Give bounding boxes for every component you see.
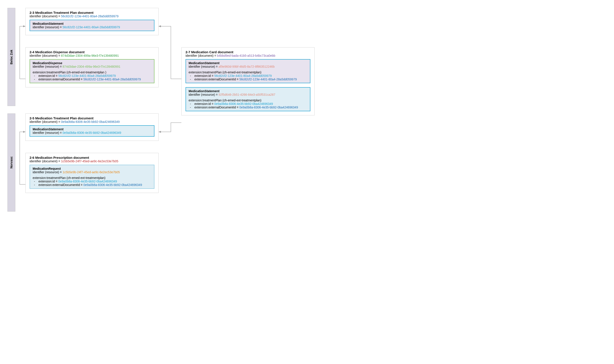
doc-identifier: identifier (document) = b4bbd9ed-bada-41… <box>185 54 310 57</box>
inner-medication-request: MedicationRequest identifier (resource) … <box>30 165 155 189</box>
extension-external-doc-id: extension:externalDocumentId = 0e9a0b8a-… <box>33 183 151 187</box>
extension-line: extension:treatmentPlan (ch-emed-ext-tre… <box>33 176 151 180</box>
extension-external-doc-id: extension:externalDocumentId = 56c82cf2-… <box>33 78 151 81</box>
inner-medication-statement: MedicationStatement identifier (resource… <box>30 125 155 137</box>
doc-identifier: identifier (document) = 0e9a0b8a-8306-4e… <box>30 120 155 124</box>
doc-2-5: 2-5 Medication Treatment Plan document i… <box>26 114 159 141</box>
extension-external-doc-id: extension:externalDocumentId = 56c82cf2-… <box>189 78 307 81</box>
med-label-text: Norvasc <box>10 156 13 169</box>
med-label-beloc: Beloc Zok <box>7 8 15 106</box>
med-label-norvasc: Norvasc <box>7 114 15 212</box>
inner-title: MedicationStatement <box>189 89 307 93</box>
doc-2-7: 2-7 Medication Card document identifier … <box>181 47 314 116</box>
doc-title: 2-6 Medication Prescription document <box>30 156 155 159</box>
inner-title: MedicationStatement <box>189 61 307 65</box>
doc-identifier: identifier (document) = 56c82cf2-123e-44… <box>30 14 155 18</box>
extension-id: extension:id = 56c82cf2-123e-4401-80a4-2… <box>33 74 151 78</box>
doc-title: 2-4 Medication Dispense document <box>30 50 155 54</box>
extension-id: extension:id = 56c82cf2-123e-4401-80a4-2… <box>189 74 307 78</box>
doc-2-3: 2-3 Medication Treatment Plan document i… <box>26 8 159 35</box>
inner-identifier: identifier (resource) = 56c82cf2-123e-44… <box>33 26 151 29</box>
doc-2-6: 2-6 Medication Prescription document ide… <box>26 153 159 193</box>
doc-identifier: identifier (document) = 1c5b5e9b-24f7-45… <box>30 159 155 163</box>
extension-line: extension:treatmentPlan (ch-emed-ext-tre… <box>189 71 307 74</box>
inner-medication-dispense: MedicationDispense identifier (resource)… <box>30 59 155 83</box>
inner-title: MedicationStatement <box>33 128 151 131</box>
extension-line: extension:treatmentPlan (ch-emed-ext-tre… <box>33 71 151 74</box>
inner-medication-statement: MedicationStatement identifier (resource… <box>30 20 155 31</box>
inner-title: MedicationDispense <box>33 61 151 65</box>
extension-id: extension:id = 0e9a0b8a-8306-4e35-bb92-0… <box>33 180 151 183</box>
inner-identifier: identifier (resource) = 92f5d646-2b51-42… <box>189 93 307 96</box>
med-label-text: Beloc Zok <box>10 50 13 65</box>
extension-external-doc-id: extension:externalDocumentId = 0e9a0b8a-… <box>189 105 307 109</box>
inner-identifier: identifier (resource) = 0e9a0b8a-8306-4e… <box>33 131 151 134</box>
inner-medication-statement-2: MedicationStatement identifier (resource… <box>185 87 310 111</box>
doc-2-4: 2-4 Medication Dispense document identif… <box>26 47 159 87</box>
inner-identifier: identifier (resource) = af9e960d-99bf-46… <box>189 65 307 68</box>
inner-medication-statement-1: MedicationStatement identifier (resource… <box>185 59 310 83</box>
inner-identifier: identifier (resource) = 874d3dae-2304-49… <box>33 65 151 68</box>
doc-title: 2-5 Medication Treatment Plan document <box>30 116 155 120</box>
doc-title: 2-7 Medication Card document <box>185 50 310 54</box>
inner-title: MedicationRequest <box>33 167 151 170</box>
extension-id: extension:id = 0e9a0b8a-8306-4e35-bb92-0… <box>189 102 307 105</box>
extension-line: extension:treatmentPlan (ch-emed-ext-tre… <box>189 99 307 102</box>
inner-identifier: identifier (resource) = 1c5b5e9b-24f7-45… <box>33 170 151 174</box>
inner-title: MedicationStatement <box>33 22 151 26</box>
diagram-container: Beloc Zok Norvasc 2-3 Medication Treatme… <box>4 4 320 215</box>
doc-identifier: identifier (document) = 874d3dae-2304-49… <box>30 54 155 57</box>
doc-title: 2-3 Medication Treatment Plan document <box>30 11 155 14</box>
